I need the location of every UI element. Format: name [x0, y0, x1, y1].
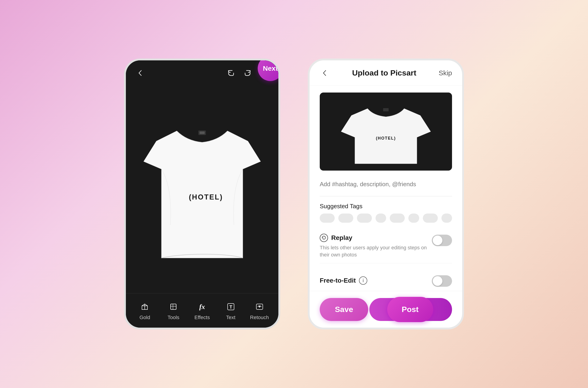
replay-toggle[interactable] [432, 235, 452, 246]
tag-bubble-1[interactable] [320, 214, 335, 223]
tag-bubble-8[interactable] [441, 214, 452, 223]
post-button[interactable]: Post [387, 297, 433, 322]
phone-header: Next [126, 60, 278, 86]
replay-icon [320, 234, 328, 242]
retouch-icon [254, 301, 265, 313]
toolbar-text[interactable]: T Text [221, 301, 241, 320]
post-button-container: Post [368, 298, 452, 321]
free-to-edit-row: Free-to-Edit i [320, 270, 452, 291]
svg-point-10 [259, 306, 260, 307]
svg-rect-12 [383, 108, 389, 111]
tag-bubble-3[interactable] [357, 214, 372, 223]
svg-text:(HOTEL): (HOTEL) [376, 136, 396, 141]
hashtag-input[interactable] [320, 177, 452, 192]
toolbar-gold[interactable]: Gold [134, 301, 155, 320]
text-icon: T [225, 301, 237, 313]
upload-footer: Save Post [310, 291, 462, 328]
gold-icon [139, 301, 151, 313]
save-button[interactable]: Save [320, 298, 368, 321]
effects-label: Effects [195, 315, 210, 320]
preview-image: (HOTEL) [320, 93, 452, 170]
replay-description: This lets other users apply your editing… [320, 244, 430, 259]
toolbar-retouch[interactable]: Retouch [249, 301, 270, 320]
tag-bubble-2[interactable] [338, 214, 353, 223]
replay-title-row: Replay [320, 234, 432, 242]
hashtag-section [320, 177, 452, 196]
tools-icon [167, 301, 179, 313]
suggested-tags-title: Suggested Tags [320, 203, 452, 210]
upload-back-button[interactable] [320, 68, 330, 78]
free-to-edit-info-icon[interactable]: i [359, 276, 367, 285]
tag-bubble-4[interactable] [376, 214, 386, 223]
replay-info: Replay This lets other users apply your … [320, 234, 432, 259]
svg-text:T: T [230, 304, 232, 310]
svg-rect-4 [171, 304, 176, 310]
suggested-tags-section: Suggested Tags [320, 203, 452, 223]
tag-bubble-5[interactable] [390, 214, 405, 223]
gold-label: Gold [139, 315, 150, 320]
left-phone: Next [124, 59, 280, 329]
toolbar-tools[interactable]: Tools [163, 301, 184, 320]
redo-icon[interactable] [243, 68, 253, 78]
free-to-edit-title: Free-to-Edit [320, 277, 356, 284]
replay-row: Replay This lets other users apply your … [320, 229, 452, 263]
free-edit-left: Free-to-Edit i [320, 276, 367, 285]
skip-button[interactable]: Skip [439, 69, 452, 77]
editor-toolbar: Gold Tools fx Effects T Text [126, 293, 278, 328]
effects-icon: fx [196, 301, 208, 313]
svg-rect-2 [200, 132, 205, 134]
tag-bubble-6[interactable] [409, 214, 419, 223]
upload-content: (HOTEL) Suggested Tags [310, 86, 462, 291]
replay-title: Replay [331, 234, 352, 242]
undo-icon[interactable] [226, 68, 236, 78]
retouch-label: Retouch [250, 315, 269, 320]
suggested-tags-row [320, 214, 452, 223]
text-label: Text [226, 315, 235, 320]
photo-canvas: (HOTEL) [126, 86, 278, 293]
upload-header: Upload to Picsart Skip [310, 60, 462, 86]
tshirt-image: (HOTEL) [126, 86, 278, 293]
upload-title: Upload to Picsart [352, 68, 416, 77]
tools-label: Tools [168, 315, 179, 320]
tag-bubble-7[interactable] [423, 214, 438, 223]
back-icon[interactable] [135, 68, 145, 78]
toolbar-effects[interactable]: fx Effects [192, 301, 212, 320]
svg-text:(HOTEL): (HOTEL) [189, 193, 223, 201]
upload-panel: Upload to Picsart Skip (HOTEL) Suggested… [308, 59, 464, 329]
free-to-edit-toggle[interactable] [432, 275, 452, 287]
